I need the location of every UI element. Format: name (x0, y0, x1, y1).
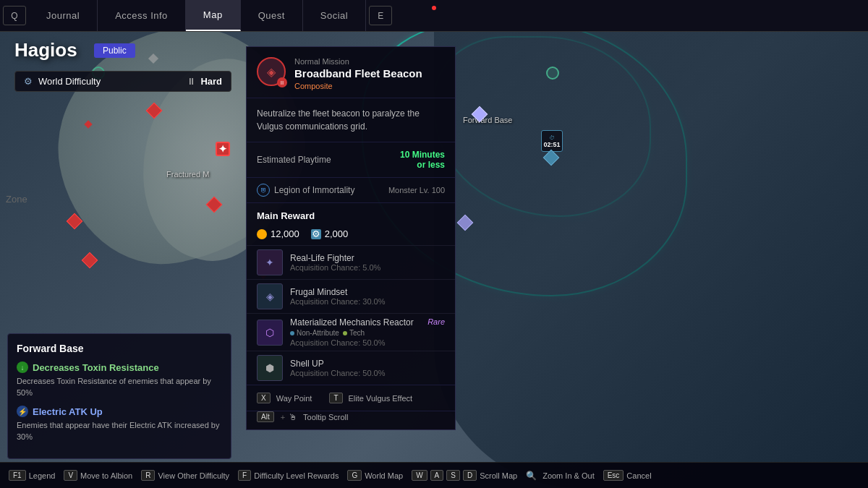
map-marker-diamond-5[interactable] (84, 254, 95, 266)
world-difficulty-icon: ⚙ (24, 76, 33, 87)
gold-reward: 12,000 (257, 228, 299, 239)
zone-label: Zone (6, 194, 27, 205)
reward-item-icon-3: ⬡ (257, 320, 283, 346)
mission-info: Normal Mission Broadband Fleet Beacon Co… (294, 57, 422, 90)
reward-item-3: ⬡ Materialized Mechanics Reactor Rare No… (247, 313, 455, 351)
tooltip-action: Alt + 🖱 Tooltip Scroll (247, 411, 455, 429)
reward-item-icon-1: ✦ (257, 249, 283, 275)
f-key[interactable]: F (238, 470, 251, 481)
reward-item-icon-4: ⬢ (257, 355, 283, 381)
water-area (434, 0, 868, 488)
elite-label: Elite Vulgus Effect (349, 394, 413, 403)
a-key[interactable]: A (430, 470, 444, 481)
active-mission-marker[interactable]: ✦ (216, 142, 230, 156)
buff-toxin-name: Decreases Toxin Resistance (33, 362, 159, 373)
buff-toxin-desc: Decreases Toxin Resistance of enemies th… (17, 376, 222, 398)
reward-item-name-1: Real-Life Fighter (290, 253, 445, 263)
map-marker-diamond-2[interactable] (474, 108, 485, 120)
reward-item-2: ◈ Frugal Mindset Acquisition Chance: 30.… (247, 279, 455, 313)
buff-electric: ⚡ Electric ATK Up Enemies that appear ha… (17, 406, 222, 442)
timer-marker-diamond[interactable] (545, 152, 557, 163)
gear-amount: 2,000 (325, 228, 349, 239)
reward-item-icon-2: ◈ (257, 283, 283, 309)
reward-item-name-4: Shell UP (290, 359, 445, 369)
view-difficulty-label: View Other Difficulty (158, 471, 229, 480)
r-key[interactable]: R (141, 470, 155, 481)
f1-key[interactable]: F1 (9, 470, 26, 481)
world-difficulty-value: Hard (200, 76, 222, 87)
nav-key-e[interactable]: E (369, 6, 392, 25)
move-albion-kb: V Move to Albion (64, 470, 132, 481)
w-key[interactable]: W (412, 470, 427, 481)
nav-key-q[interactable]: Q (3, 6, 26, 25)
pause-icon: ⏸ (187, 76, 196, 87)
reward-item-4: ⬢ Shell UP Acquisition Chance: 50.0% (247, 351, 455, 385)
map-marker-circle-2[interactable] (546, 67, 559, 80)
faction-info: ⛨ Legion of Immortality (257, 184, 354, 197)
rare-badge: Rare (427, 317, 445, 326)
buff-electric-desc: Enemies that appear have their Electric … (17, 420, 222, 442)
zoom-label: Zoom In & Out (542, 471, 595, 480)
main-reward-header: Main Reward (247, 203, 455, 226)
zoom-kb: 🔍 Zoom In & Out (526, 471, 595, 481)
view-difficulty-kb: R View Other Difficulty (141, 470, 229, 481)
esc-key[interactable]: Esc (603, 470, 624, 481)
buff-electric-name: Electric ATK Up (33, 406, 103, 417)
g-key[interactable]: G (347, 470, 362, 481)
mission-faction-row: ⛨ Legion of Immortality Monster Lv. 100 (247, 178, 455, 203)
reward-item-1: ✦ Real-Life Fighter Acquisition Chance: … (247, 245, 455, 279)
legend-label: Legend (29, 471, 56, 480)
nav-access-info[interactable]: Access Info (98, 0, 186, 31)
timer-marker: ⏱ 02:51 (541, 130, 563, 152)
tooltip-label: Tooltip Scroll (303, 413, 348, 421)
buff-toxin: ↓ Decreases Toxin Resistance Decreases T… (17, 361, 222, 398)
tag-tech: Tech (343, 329, 365, 337)
v-key[interactable]: V (64, 470, 77, 481)
reward-item-chance-3: Acquisition Chance: 50.0% (290, 338, 445, 347)
nav-journal[interactable]: Journal (29, 0, 98, 31)
bottom-bar: F1 Legend V Move to Albion R View Other … (0, 462, 868, 488)
reward-item-info-4: Shell UP Acquisition Chance: 50.0% (290, 359, 445, 377)
reward-item-info-1: Real-Life Fighter Acquisition Chance: 5.… (290, 253, 445, 272)
buff-electric-header: ⚡ Electric ATK Up (17, 406, 222, 417)
zoom-icon: 🔍 (526, 471, 537, 481)
tooltip-kb-item: Alt + 🖱 Tooltip Scroll (257, 411, 348, 422)
s-key[interactable]: S (446, 470, 460, 481)
mission-actions: X Way Point T Elite Vulgus Effect (247, 385, 455, 411)
map-marker-diamond-4[interactable] (459, 217, 471, 228)
gear-reward-icon: ⚙ (311, 229, 321, 239)
nav-quest[interactable]: Quest (241, 0, 303, 31)
reward-tags-3: Non-Attribute Tech (290, 329, 445, 337)
nav-dot (432, 6, 436, 10)
buff-toxin-header: ↓ Decreases Toxin Resistance (17, 361, 222, 373)
waypoint-label: Way Point (276, 394, 312, 403)
map-marker-diamond-1[interactable] (148, 105, 160, 116)
map-marker-diamond-3[interactable] (208, 199, 220, 210)
waypoint-key[interactable]: X (257, 393, 271, 403)
legend-kb: F1 Legend (9, 470, 55, 481)
nav-social[interactable]: Social (303, 0, 366, 31)
reward-item-name-3: Materialized Mechanics Reactor (290, 317, 414, 328)
mission-subtype: Composite (294, 82, 422, 90)
alt-key[interactable]: Alt (257, 411, 274, 422)
waypoint-action: X Way Point (257, 393, 312, 403)
move-albion-label: Move to Albion (80, 471, 132, 480)
reward-item-chance-1: Acquisition Chance: 5.0% (290, 263, 445, 272)
reward-item-info-3: Materialized Mechanics Reactor Rare Non-… (290, 317, 445, 347)
faction-icon: ⛨ (257, 184, 270, 197)
elite-key[interactable]: T (329, 393, 342, 403)
cancel-label: Cancel (626, 471, 651, 480)
nav-map[interactable]: Map (186, 0, 241, 31)
world-map-label: World Map (365, 471, 403, 480)
fractured-label: Fractured M (166, 170, 209, 179)
top-nav: Q Journal Access Info Map Quest Social E (0, 0, 868, 32)
faction-level: Monster Lv. 100 (388, 186, 445, 194)
cancel-kb: Esc Cancel (603, 470, 652, 481)
tooltip-icon: 🖱 (289, 412, 297, 422)
mission-description: Neutralize the fleet beacon to paralyze … (247, 98, 455, 142)
world-map-kb: G World Map (347, 470, 403, 481)
location-title: Hagios (14, 39, 77, 61)
map-marker-diamond-6[interactable] (69, 215, 80, 227)
d-key[interactable]: D (463, 470, 477, 481)
buff-toxin-icon: ↓ (17, 361, 28, 373)
